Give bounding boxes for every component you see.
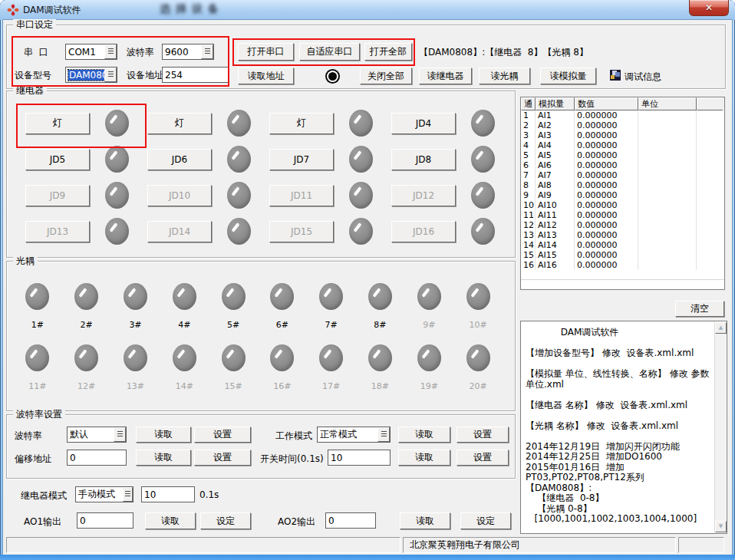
opto-group-title: 光耦 xyxy=(13,255,38,266)
relay-button[interactable]: JD10 xyxy=(147,185,212,206)
relay-button[interactable]: 灯 xyxy=(25,113,90,134)
port-dropdown-button[interactable] xyxy=(104,44,117,59)
open-serial-button[interactable]: 打开串口 xyxy=(238,43,294,61)
cell-channel: 9 xyxy=(521,190,536,200)
work-mode-dropdown-button[interactable] xyxy=(377,427,390,442)
relay-indicator-knob xyxy=(471,182,495,209)
opto-indicator-knob xyxy=(466,283,490,310)
info-line: [1000,1001,1002,1003,1004,1000] xyxy=(526,514,710,525)
read-addr-button[interactable]: 读取地址 xyxy=(238,68,294,84)
cell-analog: AI7 xyxy=(536,170,575,180)
relay-indicator-knob xyxy=(471,110,495,137)
opto-channel-label: 8# xyxy=(374,320,386,330)
background-window-title: 选择设备 xyxy=(160,2,224,16)
close-all-button[interactable]: 关闭全部 xyxy=(360,68,412,84)
open-all-button[interactable]: 打开全部 xyxy=(364,43,412,61)
opto-indicator-knob xyxy=(25,344,49,371)
scroll-up-button[interactable]: ▲ xyxy=(715,322,727,334)
baudrate-read-button[interactable]: 读取 xyxy=(136,427,191,443)
relay-mode-time-input[interactable] xyxy=(141,486,195,502)
opto-indicator-knob xyxy=(74,344,98,371)
scroll-down-button[interactable]: ▼ xyxy=(715,521,727,532)
work-mode-set-button[interactable]: 设置 xyxy=(456,427,509,443)
clear-button[interactable]: 清空 xyxy=(675,301,724,317)
ao1-input[interactable] xyxy=(77,512,133,529)
work-mode-read-button[interactable]: 读取 xyxy=(398,427,450,443)
ao1-label: AO1输出 xyxy=(24,516,61,529)
offset-set-button[interactable]: 设置 xyxy=(194,450,251,466)
addr-input[interactable] xyxy=(162,67,229,83)
relay-button[interactable]: JD6 xyxy=(147,149,212,170)
switch-time-input[interactable] xyxy=(328,450,391,466)
read-opto-button[interactable]: 读光耦 xyxy=(479,68,530,84)
baudrate-dropdown-button[interactable] xyxy=(114,427,126,442)
info-scrollbar[interactable]: ▲ ▼ xyxy=(714,322,726,532)
cell-value: 0.000000 xyxy=(575,140,638,150)
relay-button[interactable]: JD14 xyxy=(147,221,212,242)
switch-time-set-button[interactable]: 设置 xyxy=(456,450,509,466)
port-combobox[interactable]: COM1 xyxy=(65,44,117,60)
relay-button[interactable]: JD4 xyxy=(391,113,456,134)
opto-channel-label: 11# xyxy=(28,381,46,391)
offset-label: 偏移地址 xyxy=(15,453,51,466)
table-row: 2 AI2 0.000000 xyxy=(521,120,724,130)
relay-button[interactable]: JD16 xyxy=(391,221,456,242)
baud-dropdown-button[interactable] xyxy=(201,44,213,59)
ao2-input[interactable] xyxy=(325,512,376,529)
baudrate-set-button[interactable]: 设置 xyxy=(194,427,251,443)
close-button[interactable]: ✕ xyxy=(689,0,729,16)
work-mode-label: 工作模式 xyxy=(275,430,312,443)
relay-mode-combobox[interactable]: 手动模式 xyxy=(75,486,133,502)
info-line: 【光耦 名称】 修改 设备表.xml.xml xyxy=(526,421,710,432)
opto-indicator-knob xyxy=(270,344,294,371)
model-dropdown-button[interactable] xyxy=(104,68,117,82)
cell-value: 0.000000 xyxy=(575,200,638,210)
offset-input[interactable] xyxy=(67,450,127,466)
cell-unit xyxy=(638,260,697,270)
switch-time-read-button[interactable]: 读取 xyxy=(398,450,450,466)
relay-mode-dropdown-button[interactable] xyxy=(123,487,133,502)
relay-cell: JD12 xyxy=(385,182,507,209)
opto-channel-label: 2# xyxy=(81,320,93,330)
relay-button[interactable]: JD11 xyxy=(269,185,334,206)
relay-button[interactable]: JD7 xyxy=(269,149,334,170)
work-mode-combobox[interactable]: 正常模式 xyxy=(317,427,391,443)
model-combobox[interactable]: DAM0808 xyxy=(65,67,117,83)
info-line xyxy=(526,359,710,370)
offset-read-button[interactable]: 读取 xyxy=(136,450,191,466)
relay-button[interactable]: 灯 xyxy=(269,113,334,134)
relay-cell: JD15 xyxy=(263,218,385,245)
read-relay-button[interactable]: 读继电器 xyxy=(419,68,472,84)
relay-indicator-knob xyxy=(349,110,373,137)
relay-button[interactable]: JD12 xyxy=(391,185,456,206)
relay-button[interactable]: 灯 xyxy=(147,113,212,134)
relay-button[interactable]: JD15 xyxy=(269,221,334,242)
baud-combobox[interactable]: 9600 xyxy=(162,44,214,60)
info-line: 【继电器 名称】 修改 设备表.xml.xml xyxy=(526,400,710,411)
cell-blank xyxy=(697,170,723,180)
relay-button[interactable]: JD8 xyxy=(391,149,456,170)
baudrate-label: 波特率 xyxy=(15,430,42,443)
read-analog-button[interactable]: 读模拟量 xyxy=(540,68,596,84)
cell-analog: AI5 xyxy=(536,150,575,160)
auto-serial-button[interactable]: 自适应串口 xyxy=(299,43,360,61)
ao1-read-button[interactable]: 读取 xyxy=(145,512,196,529)
cell-unit xyxy=(638,190,697,200)
model-label: 设备型号 xyxy=(15,69,51,82)
ao2-read-button[interactable]: 读取 xyxy=(400,512,450,529)
cell-blank xyxy=(697,150,723,160)
baud-settings-title: 波特率设置 xyxy=(13,409,65,420)
ao1-set-button[interactable]: 设定 xyxy=(200,512,251,529)
info-line xyxy=(526,431,710,442)
opto-cell: 3# xyxy=(111,283,160,330)
company-name: 北京聚英翱翔电子有限公司 xyxy=(410,539,520,550)
baudrate-combobox[interactable]: 默认 xyxy=(67,427,127,443)
ao2-set-button[interactable]: 设定 xyxy=(460,512,511,529)
relay-button[interactable]: JD5 xyxy=(25,149,90,170)
dropdown-lines-icon xyxy=(108,71,114,78)
relay-button[interactable]: JD13 xyxy=(25,221,90,242)
cell-channel: 2 xyxy=(521,120,536,130)
opto-cell: 11# xyxy=(13,344,62,391)
relay-button[interactable]: JD9 xyxy=(25,185,90,206)
info-line: 2015年01月16日 增加PT03,PT02,PT08,PT12系列 xyxy=(526,463,710,483)
